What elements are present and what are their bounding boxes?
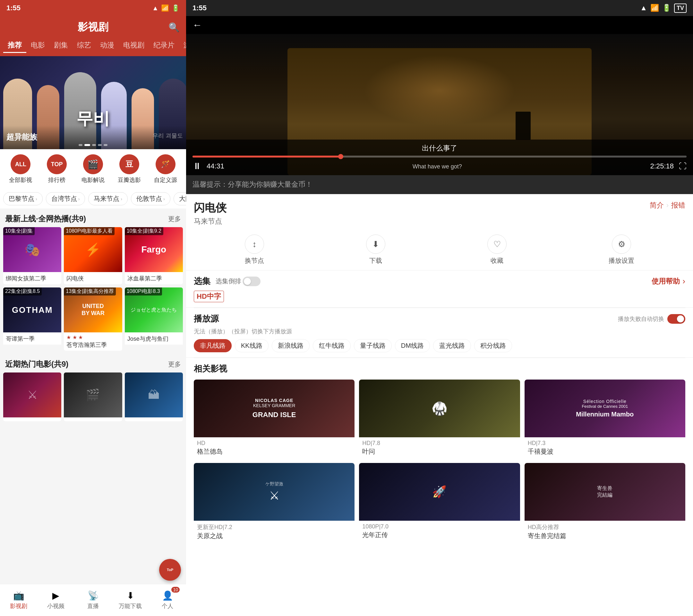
related-card-millennium[interactable]: Sélection Officielle Festival de Cannes …: [524, 380, 685, 458]
hot-movie-3[interactable]: 🏔: [125, 373, 183, 421]
search-button[interactable]: 🔍: [169, 22, 180, 33]
status-bar-right: 1:55 ▲ 📶 🔋 TV: [186, 0, 693, 16]
quick-btn-top[interactable]: TOP 排行榜: [39, 154, 75, 184]
fab-top-button[interactable]: ToP: [159, 559, 181, 581]
back-button[interactable]: ←: [193, 20, 202, 31]
progress-thumb[interactable]: [338, 154, 343, 159]
bottom-nav-short[interactable]: ▶ 小视频: [37, 584, 75, 616]
hero-dot-3: [92, 144, 96, 146]
episode-sort-btn[interactable]: 选集倒排: [216, 277, 260, 286]
nav-tab-doc[interactable]: 纪录片: [149, 39, 179, 53]
settings-label: 播放设置: [609, 256, 634, 265]
download-btn[interactable]: ⬇ 下载: [366, 235, 385, 265]
total-time: 2:25:18: [650, 162, 674, 171]
source-quantum[interactable]: 量子线路: [354, 339, 392, 352]
movie-card-jose[interactable]: ジョゼと虎と魚たち 1080Pi电影8.3 Jose与虎与鱼们: [125, 287, 183, 351]
nav-tab-series[interactable]: 剧集: [50, 39, 73, 53]
switch-node-icon: ↕: [245, 235, 264, 254]
hot-movie-1[interactable]: ⚔: [3, 373, 61, 421]
wifi-icon: 📶: [161, 4, 169, 12]
nav-tab-variety[interactable]: 综艺: [73, 39, 96, 53]
favorite-btn[interactable]: ♡ 收藏: [487, 235, 507, 265]
source-note: 无法（播放）（投屏）切换下方播放源: [194, 327, 685, 335]
error-link[interactable]: 报错: [671, 200, 685, 210]
right-panel: 1:55 ▲ 📶 🔋 TV ← 出什么事了: [186, 0, 693, 616]
share-notice: 温馨提示：分享能为你躺赚大量金币！: [186, 175, 693, 194]
fullscreen-button[interactable]: ⛶: [679, 162, 687, 171]
tv-badge: TV: [674, 3, 687, 13]
source-kk[interactable]: KK线路: [235, 339, 269, 352]
hero-overlay: 超异能族: [0, 125, 186, 149]
hero-dots: [6, 144, 180, 146]
source-points[interactable]: 积分线路: [474, 339, 512, 352]
nav-tab-game[interactable]: 游戏: [179, 39, 186, 53]
subtitle-main: 出什么事了: [422, 144, 457, 152]
source-dm[interactable]: DM线路: [395, 339, 430, 352]
pause-button[interactable]: ⏸: [193, 161, 201, 171]
source-title: 播放源: [194, 313, 219, 324]
lightyear-info: 1080P|7.0 光年正传: [359, 521, 520, 542]
video-player[interactable]: 出什么事了 ⏸ 44:31 What have we got? 2:25:18 …: [186, 34, 693, 175]
grand-isle-thumb: NICOLAS CAGE KELSEY GRAMMER GRAND ISLE: [194, 380, 355, 437]
bottom-nav-profile[interactable]: 10 👤 个人: [149, 584, 186, 616]
nav-tab-tv[interactable]: 电视剧: [119, 39, 149, 53]
help-link[interactable]: 使用帮助: [652, 277, 680, 286]
all-label: 全部影视: [9, 176, 32, 184]
nav-tab-movie[interactable]: 电影: [26, 39, 50, 53]
source-feifan[interactable]: 非凡线路: [194, 339, 232, 352]
node-osaka[interactable]: 大阪节点 ›: [174, 192, 186, 205]
hot-movie-2[interactable]: 🎬: [64, 373, 122, 421]
flash-name: 闪电侠: [66, 275, 119, 282]
quick-btn-movie-explain[interactable]: 🎬 电影解说: [76, 154, 111, 184]
progress-bar[interactable]: [193, 156, 687, 158]
node-paris[interactable]: 巴黎节点 ›: [3, 192, 43, 205]
help-arrow: ›: [682, 276, 685, 286]
nav-tab-recommend[interactable]: 推荐: [3, 39, 26, 53]
time-left: 1:55: [6, 4, 21, 12]
movie-card-kidnap[interactable]: 🎭 10集全|剧集 绑闻女孩第二季: [3, 227, 61, 284]
hero-banner[interactable]: 무비 우리 괴물도 超异能族: [0, 56, 186, 149]
auto-switch-toggle[interactable]: [667, 314, 685, 324]
switch-node-btn[interactable]: ↕ 换节点: [245, 235, 264, 265]
related-card-parasite[interactable]: 寄生兽完結編 HD高分推荐 寄生兽完结篇: [524, 463, 685, 543]
flash-info: 闪电侠: [64, 272, 122, 284]
bottom-nav-tv[interactable]: 📺 影视剧: [0, 584, 37, 616]
nav-tab-anime[interactable]: 动漫: [96, 39, 119, 53]
movie-card-expanse[interactable]: UNITEDBY WAR 13集全|剧集高分推荐 ★ ★ ★ 苍穹浩瀚第三季: [64, 287, 122, 351]
bottom-nav-live[interactable]: 📡 直播: [75, 584, 112, 616]
time-right: 1:55: [193, 4, 206, 12]
new-section-more[interactable]: 更多: [168, 215, 181, 223]
bottom-nav-download[interactable]: ⬇ 万能下载: [112, 584, 149, 616]
share-notice-text: 温馨提示：分享能为你躺赚大量金币！: [193, 180, 313, 188]
controls-left: ⏸ 44:31: [193, 161, 224, 171]
quick-btn-custom[interactable]: 🪄 自定义源: [148, 154, 183, 184]
node-taiwan[interactable]: 台湾节点 ›: [46, 192, 85, 205]
top-label: 排行榜: [48, 176, 65, 184]
source-sina[interactable]: 新浪线路: [272, 339, 310, 352]
jose-badge: 1080Pi电影8.3: [125, 287, 162, 296]
tv-nav-label: 影视剧: [10, 602, 27, 610]
movie-card-gotham[interactable]: GOTHAM 22集全|剧集8.5 哥谭第一季: [3, 287, 61, 351]
favorite-icon: ♡: [487, 235, 507, 254]
quick-btn-douban[interactable]: 豆 豆瓣选影: [112, 154, 146, 184]
quick-btn-all[interactable]: ALL 全部影视: [3, 154, 38, 184]
hot-section-more[interactable]: 更多: [168, 360, 181, 369]
episode-toggle[interactable]: [242, 277, 260, 286]
source-bluray[interactable]: 蓝光线路: [433, 339, 471, 352]
settings-btn[interactable]: ⚙ 播放设置: [609, 235, 634, 265]
movie-card-flash[interactable]: ⚡ 1080Pi电影最多人看 闪电侠: [64, 227, 122, 284]
intro-link[interactable]: 简介: [650, 200, 664, 210]
movie-card-fargo[interactable]: Fargo 10集全|剧集9.2 冰血暴第二季: [125, 227, 183, 284]
node-london[interactable]: 伦敦节点 ›: [131, 192, 170, 205]
toggle-thumb: [244, 278, 251, 285]
controls-row: ⏸ 44:31 What have we got? 2:25:18 ⛶: [193, 161, 687, 171]
related-card-ye-wen[interactable]: 🥋 HD|7.8 叶问: [359, 380, 520, 458]
person-figure: [516, 112, 531, 140]
status-icons-left: ▲ 📶 🔋: [152, 4, 180, 12]
source-redbull[interactable]: 红牛线路: [313, 339, 351, 352]
download-nav-icon: ⬇: [127, 590, 134, 601]
node-malaysia[interactable]: 马来节点 ›: [88, 192, 128, 205]
related-card-grand-isle[interactable]: NICOLAS CAGE KELSEY GRAMMER GRAND ISLE H…: [194, 380, 355, 458]
related-card-guan-yuan[interactable]: ケ野望激 ⚔ 更新至HD|7.2 关原之战: [194, 463, 355, 543]
related-card-lightyear[interactable]: 🚀 1080P|7.0 光年正传: [359, 463, 520, 543]
